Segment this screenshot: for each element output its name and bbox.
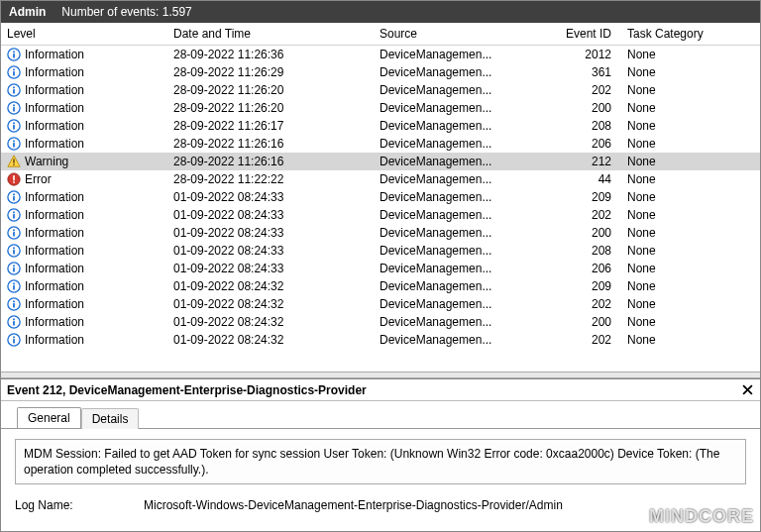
table-row[interactable]: Information01-09-2022 08:24:33DeviceMana… — [1, 188, 760, 206]
table-row[interactable]: Information01-09-2022 08:24:32DeviceMana… — [1, 313, 760, 331]
events-pane: Level Date and Time Source Event ID Task… — [1, 23, 760, 372]
col-source[interactable]: Source — [374, 23, 552, 46]
table-row[interactable]: Warning28-09-2022 11:26:16DeviceManageme… — [1, 153, 760, 170]
svg-rect-36 — [13, 267, 15, 271]
level-text: Error — [25, 172, 52, 186]
cell-source: DeviceManagemen... — [374, 117, 552, 135]
level-text: Information — [25, 315, 84, 329]
table-row[interactable]: Information01-09-2022 08:24:32DeviceMana… — [1, 331, 760, 349]
cell-source: DeviceManagemen... — [374, 99, 552, 117]
cell-source: DeviceManagemen... — [374, 46, 552, 63]
cell-task: None — [621, 295, 760, 313]
cell-task: None — [621, 117, 760, 135]
error-icon — [7, 172, 21, 186]
cell-eventid: 202 — [552, 331, 621, 349]
cell-level: Information — [1, 331, 167, 349]
svg-rect-14 — [13, 122, 15, 124]
svg-rect-19 — [13, 163, 14, 164]
detail-tabs: General Details — [1, 401, 760, 428]
svg-rect-16 — [13, 143, 15, 147]
log-name-row: Log Name: Microsoft-Windows-DeviceManage… — [15, 498, 746, 512]
info-icon — [7, 297, 21, 311]
log-name-value: Microsoft-Windows-DeviceManagement-Enter… — [144, 498, 563, 512]
table-row[interactable]: Error28-09-2022 11:22:22DeviceManagemen.… — [1, 170, 760, 188]
info-icon — [7, 65, 21, 79]
col-eventid[interactable]: Event ID — [552, 23, 621, 46]
cell-eventid: 2012 — [552, 46, 621, 63]
cell-eventid: 202 — [552, 295, 621, 313]
level-text: Information — [25, 297, 84, 311]
table-row[interactable]: Information28-09-2022 11:26:20DeviceMana… — [1, 99, 760, 117]
cell-task: None — [621, 313, 760, 331]
splitter[interactable] — [1, 372, 760, 378]
level-text: Information — [25, 333, 84, 347]
level-text: Information — [25, 190, 84, 204]
table-row[interactable]: Information01-09-2022 08:24:33DeviceMana… — [1, 242, 760, 260]
table-row[interactable]: Information01-09-2022 08:24:32DeviceMana… — [1, 295, 760, 313]
svg-rect-48 — [13, 339, 15, 343]
title-bar: Admin Number of events: 1.597 — [1, 1, 760, 23]
cell-eventid: 200 — [552, 99, 621, 117]
col-task[interactable]: Task Category — [621, 23, 760, 46]
table-row[interactable]: Information28-09-2022 11:26:17DeviceMana… — [1, 117, 760, 135]
cell-source: DeviceManagemen... — [374, 242, 552, 260]
table-row[interactable]: Information01-09-2022 08:24:33DeviceMana… — [1, 224, 760, 242]
event-count: Number of events: 1.597 — [61, 5, 191, 19]
cell-eventid: 209 — [552, 277, 621, 295]
cell-level: Information — [1, 260, 167, 277]
table-row[interactable]: Information01-09-2022 08:24:33DeviceMana… — [1, 260, 760, 277]
table-row[interactable]: Information28-09-2022 11:26:20DeviceMana… — [1, 81, 760, 99]
level-text: Information — [25, 244, 84, 258]
cell-datetime: 01-09-2022 08:24:33 — [167, 224, 374, 242]
svg-rect-5 — [13, 68, 15, 70]
svg-rect-13 — [13, 125, 15, 129]
cell-task: None — [621, 170, 760, 188]
svg-rect-33 — [13, 250, 15, 254]
cell-source: DeviceManagemen... — [374, 153, 552, 170]
level-text: Information — [25, 208, 84, 222]
info-icon — [7, 226, 21, 240]
svg-rect-22 — [13, 181, 15, 183]
svg-rect-4 — [13, 71, 15, 75]
tab-general[interactable]: General — [17, 407, 81, 428]
cell-source: DeviceManagemen... — [374, 206, 552, 224]
svg-rect-40 — [13, 282, 15, 284]
tab-details[interactable]: Details — [81, 408, 140, 429]
cell-task: None — [621, 206, 760, 224]
level-text: Information — [25, 137, 84, 151]
cell-datetime: 01-09-2022 08:24:33 — [167, 188, 374, 206]
table-header-row: Level Date and Time Source Event ID Task… — [1, 23, 760, 46]
cell-level: Information — [1, 46, 167, 63]
svg-rect-2 — [13, 51, 15, 53]
info-icon — [7, 262, 21, 275]
svg-rect-10 — [13, 107, 15, 111]
level-text: Warning — [25, 155, 68, 168]
svg-rect-39 — [13, 285, 15, 289]
table-row[interactable]: Information28-09-2022 11:26:29DeviceMana… — [1, 63, 760, 81]
cell-datetime: 28-09-2022 11:26:29 — [167, 63, 374, 81]
cell-eventid: 44 — [552, 170, 621, 188]
svg-rect-45 — [13, 321, 15, 325]
svg-rect-30 — [13, 232, 15, 236]
table-row[interactable]: Information28-09-2022 11:26:16DeviceMana… — [1, 135, 760, 153]
cell-source: DeviceManagemen... — [374, 331, 552, 349]
col-level[interactable]: Level — [1, 23, 167, 46]
cell-eventid: 206 — [552, 260, 621, 277]
info-icon — [7, 119, 21, 133]
col-datetime[interactable]: Date and Time — [167, 23, 374, 46]
log-name-label: Log Name: — [15, 498, 124, 512]
warning-icon — [7, 155, 21, 168]
cell-datetime: 01-09-2022 08:24:32 — [167, 331, 374, 349]
table-row[interactable]: Information01-09-2022 08:24:33DeviceMana… — [1, 206, 760, 224]
svg-rect-49 — [13, 336, 15, 338]
cell-level: Information — [1, 224, 167, 242]
table-row[interactable]: Information01-09-2022 08:24:32DeviceMana… — [1, 277, 760, 295]
info-icon — [7, 190, 21, 204]
events-scroll[interactable]: Level Date and Time Source Event ID Task… — [1, 23, 760, 372]
close-icon[interactable] — [740, 383, 754, 397]
info-icon — [7, 244, 21, 258]
table-row[interactable]: Information28-09-2022 11:26:36DeviceMana… — [1, 46, 760, 63]
cell-eventid: 200 — [552, 224, 621, 242]
cell-datetime: 01-09-2022 08:24:32 — [167, 313, 374, 331]
events-table: Level Date and Time Source Event ID Task… — [1, 23, 760, 349]
